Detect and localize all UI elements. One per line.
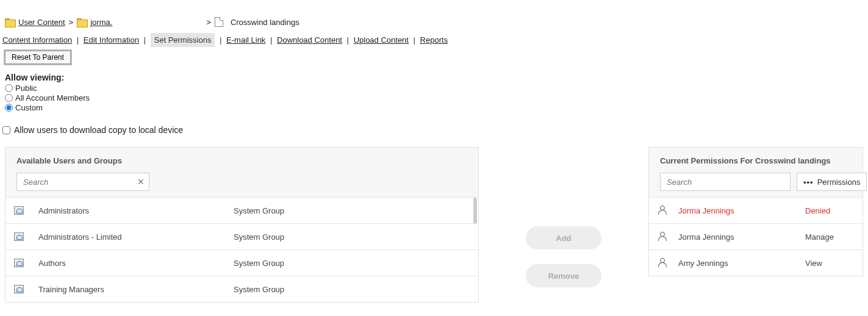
list-item[interactable]: Amy Jennings View	[649, 250, 863, 276]
group-icon	[14, 285, 24, 293]
divider: |	[77, 35, 79, 45]
available-search-input[interactable]	[16, 173, 149, 191]
list-item-name: Authors	[38, 259, 234, 268]
radio-public-input[interactable]	[5, 84, 13, 92]
separator-icon: >	[206, 18, 211, 27]
list-item-type: System Group	[234, 259, 284, 268]
add-button[interactable]: Add	[526, 226, 601, 250]
list-item-permission: Manage	[805, 232, 834, 242]
list-item-type: System Group	[234, 232, 284, 242]
list-item-permission: Denied	[805, 206, 830, 215]
tab-email-link[interactable]: E-mail Link	[226, 35, 265, 45]
current-permissions-panel: Current Permissions For Crosswind landin…	[648, 147, 863, 276]
list-item-permission: View	[805, 259, 822, 268]
list-item-name: Administrators	[38, 206, 234, 215]
divider: |	[414, 35, 415, 45]
list-item[interactable]: Jorma Jennings Manage	[649, 223, 863, 250]
permissions-button[interactable]: ••• Permissions	[797, 173, 867, 191]
available-users-panel: Available Users and Groups ✕ Administrat…	[5, 147, 479, 303]
folder-icon	[5, 18, 15, 26]
list-item-name: Administrators - Limited	[38, 232, 234, 242]
list-item-name: Jorma Jennings	[678, 232, 805, 242]
group-icon	[14, 206, 24, 215]
radio-custom[interactable]: Custom	[5, 103, 863, 112]
permissions-button-label: Permissions	[817, 178, 861, 187]
divider: |	[347, 35, 349, 45]
user-icon	[658, 258, 667, 268]
file-icon	[215, 17, 223, 27]
list-item-name: Jorma Jennings	[678, 206, 805, 215]
radio-custom-label: Custom	[15, 103, 43, 112]
list-item[interactable]: Jorma Jennings Denied	[649, 197, 863, 223]
download-checkbox-row[interactable]: Allow users to download copy to local de…	[0, 119, 868, 147]
breadcrumb: User Content > jorma. > Crosswind landin…	[0, 0, 868, 33]
separator-icon: >	[69, 18, 74, 27]
tabs-row: Content Information | Edit Information |…	[0, 33, 868, 51]
divider: |	[220, 35, 221, 45]
available-list: Administrators System Group Administrato…	[5, 197, 478, 302]
breadcrumb-link-user-content[interactable]: User Content	[18, 18, 65, 27]
allow-viewing-title: Allow viewing:	[5, 73, 863, 82]
add-remove-section: Add Remove	[479, 147, 648, 287]
radio-public-label: Public	[15, 84, 37, 93]
tab-download-content[interactable]: Download Content	[277, 35, 342, 45]
radio-public[interactable]: Public	[5, 84, 863, 93]
download-checkbox-label: Allow users to download copy to local de…	[14, 125, 183, 135]
tab-reports[interactable]: Reports	[420, 35, 448, 45]
breadcrumb-current: Crosswind landings	[231, 18, 299, 27]
list-item-name: Training Managers	[38, 285, 234, 294]
tab-edit-information[interactable]: Edit Information	[84, 35, 139, 45]
download-checkbox[interactable]	[2, 126, 10, 134]
tab-content-information[interactable]: Content Information	[2, 35, 72, 45]
folder-icon	[77, 18, 87, 26]
remove-button[interactable]: Remove	[526, 264, 601, 287]
list-item[interactable]: Authors System Group	[5, 250, 478, 276]
user-icon	[658, 206, 667, 215]
group-icon	[14, 259, 24, 267]
ellipsis-icon: •••	[803, 178, 814, 187]
list-item[interactable]: Administrators - Limited System Group	[5, 223, 478, 250]
radio-all-members[interactable]: All Account Members	[5, 93, 863, 102]
breadcrumb-link-user-folder[interactable]: jorma.	[90, 18, 112, 27]
list-item-type: System Group	[234, 206, 284, 215]
clear-search-icon[interactable]: ✕	[137, 177, 145, 187]
tab-set-permissions[interactable]: Set Permissions	[151, 33, 215, 47]
list-item-name: Amy Jennings	[678, 259, 805, 268]
radio-all-members-label: All Account Members	[15, 93, 90, 102]
permissions-list: Jorma Jennings Denied Jorma Jennings Man…	[649, 197, 863, 276]
radio-all-members-input[interactable]	[5, 94, 13, 102]
allow-viewing-section: Allow viewing: Public All Account Member…	[0, 73, 868, 119]
list-item[interactable]: Training Managers System Group	[5, 276, 478, 302]
list-item-type: System Group	[234, 285, 284, 294]
permissions-panel-title: Current Permissions For Crosswind landin…	[649, 148, 863, 173]
divider: |	[270, 35, 272, 45]
available-panel-title: Available Users and Groups	[5, 148, 478, 173]
tab-upload-content[interactable]: Upload Content	[354, 35, 409, 45]
radio-custom-input[interactable]	[5, 104, 13, 112]
permissions-search-input[interactable]	[660, 173, 791, 191]
reset-to-parent-button[interactable]: Reset To Parent	[5, 51, 71, 64]
group-icon	[14, 232, 24, 241]
divider: |	[144, 35, 146, 45]
list-item[interactable]: Administrators System Group	[5, 197, 478, 223]
scrollbar-thumb[interactable]	[473, 198, 477, 224]
user-icon	[658, 232, 667, 242]
